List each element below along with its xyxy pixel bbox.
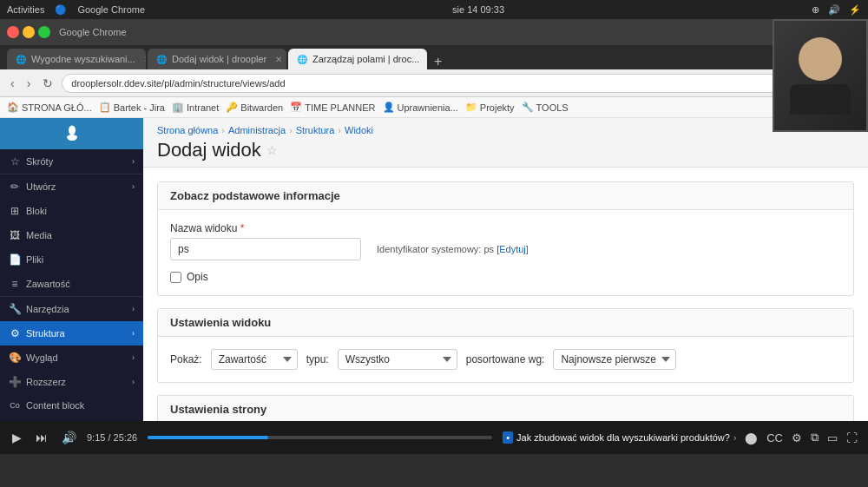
- sidebar-bloki-label: Bloki: [26, 206, 47, 216]
- sidebar-item-rozszerz[interactable]: ➕ Rozszerz ›: [0, 370, 143, 394]
- svg-point-0: [69, 125, 76, 135]
- video-toggle-button[interactable]: ⬤: [743, 430, 760, 446]
- sortowane-select[interactable]: Najnowsze pierwsze Tytuł Autor: [553, 349, 676, 370]
- section-page-header[interactable]: Ustawienia strony: [158, 396, 853, 421]
- breadcrumb-home[interactable]: Strona główna: [157, 125, 218, 135]
- form-body: Zobacz podstawowe informacje Nazwa widok…: [143, 168, 868, 421]
- narzedzia-icon: 🔧: [9, 303, 21, 315]
- video-title-chevron: ›: [733, 433, 736, 443]
- video-progress-fill: [148, 436, 268, 439]
- tab-2[interactable]: 🌐 Dodaj widok | droopler ✕: [148, 49, 286, 69]
- bookmarks-bar: 🏠 STRONA GŁÓ... 📋 Bartek - Jira 🏢 Intran…: [0, 97, 868, 118]
- section-view-settings: Ustawienia widoku Pokaż: Zawartość Użytk…: [157, 308, 854, 383]
- favorite-star-icon[interactable]: ☆: [266, 143, 278, 157]
- breadcrumb-sep-3: ›: [338, 125, 341, 135]
- sidebar-item-media[interactable]: 🖼 Media: [0, 223, 143, 247]
- sidebar-zawartosc-label: Zawartość: [26, 279, 70, 289]
- webcam-head-shape: [799, 37, 842, 81]
- refresh-button[interactable]: ↻: [39, 75, 56, 92]
- window-maximize-button[interactable]: [38, 26, 50, 38]
- captions-button[interactable]: CC: [765, 430, 785, 446]
- tab-3[interactable]: 🌐 Zarządzaj polami | droc... ✕: [288, 49, 427, 69]
- field-nazwa-label: Nazwa widoku *: [170, 222, 841, 234]
- skip-forward-button[interactable]: ⏭: [32, 429, 51, 446]
- forward-button[interactable]: ›: [23, 75, 35, 92]
- sidebar-item-dokument[interactable]: 📝 Dokument: [0, 417, 143, 421]
- breadcrumb: Strona główna › Administracja › Struktur…: [157, 125, 854, 135]
- sidebar-item-skroty[interactable]: ☆ Skróty ›: [0, 149, 143, 174]
- sidebar-item-content-block[interactable]: Co Content block: [0, 394, 143, 417]
- opis-label: Opis: [187, 271, 208, 283]
- bookmark-uprawnienia-icon: 👤: [383, 102, 395, 113]
- opis-checkbox-row: Opis: [170, 271, 841, 283]
- tab-1-label: Wygodne wyszukiwani...: [31, 54, 135, 64]
- sidebar-item-bloki[interactable]: ⊞ Bloki: [0, 199, 143, 223]
- sidebar-item-narzedzia[interactable]: 🔧 Narzędzia ›: [0, 297, 143, 321]
- activities-label[interactable]: Activities: [7, 4, 44, 15]
- breadcrumb-sep-2: ›: [289, 125, 293, 135]
- bookmark-tools[interactable]: 🔧 TOOLS: [522, 102, 569, 113]
- field-hint: Identyfikator systemowy: ps [Edytuj]: [377, 244, 529, 254]
- back-button[interactable]: ‹: [7, 75, 18, 92]
- bookmark-time-planner[interactable]: 📅 TIME PLANNER: [290, 102, 375, 113]
- bookmark-strona[interactable]: 🏠 STRONA GŁÓ...: [7, 102, 92, 113]
- bookmark-projekty-icon: 📁: [465, 102, 477, 113]
- sidebar-item-zawartosc[interactable]: ≡ Zawartość: [0, 272, 143, 296]
- url-input[interactable]: [62, 74, 812, 93]
- google-chrome-label: Google Chrome: [77, 4, 145, 15]
- sidebar-skroty-label: Skróty: [26, 156, 53, 167]
- pliki-icon: 📄: [9, 253, 21, 266]
- breadcrumb-widoki[interactable]: Widoki: [345, 125, 373, 135]
- window-close-button[interactable]: [7, 26, 19, 38]
- tab-2-label: Dodaj widok | droopler: [172, 54, 266, 64]
- edytuj-link[interactable]: Edytuj: [499, 244, 526, 254]
- theater-mode-button[interactable]: ▭: [825, 430, 839, 446]
- tab-2-close[interactable]: ✕: [275, 55, 282, 64]
- video-progress-bar[interactable]: [148, 436, 492, 439]
- sidebar-media-label: Media: [26, 230, 52, 240]
- window-minimize-button[interactable]: [23, 26, 35, 38]
- video-highlight-text: •: [503, 431, 513, 444]
- bookmark-uprawnienia[interactable]: 👤 Uprawnienia...: [383, 102, 458, 113]
- bookmark-intranet[interactable]: 🏢 Intranet: [172, 102, 219, 113]
- bookmark-jira-label: Bartek - Jira: [114, 102, 165, 113]
- bookmark-jira-icon: 📋: [99, 102, 111, 113]
- drupal-logo[interactable]: [0, 118, 143, 149]
- tab-1-close[interactable]: ✕: [144, 55, 146, 64]
- new-tab-button[interactable]: +: [429, 54, 447, 69]
- sidebar-item-wyglad[interactable]: 🎨 Wygląd ›: [0, 346, 143, 370]
- tab-3-favicon: 🌐: [297, 55, 307, 64]
- bookmark-time-icon: 📅: [290, 102, 302, 113]
- opis-checkbox[interactable]: [170, 272, 181, 283]
- pip-button[interactable]: ⧉: [809, 429, 820, 446]
- volume-button[interactable]: 🔊: [58, 429, 80, 446]
- nazwa-input[interactable]: [170, 238, 361, 260]
- bookmark-jira[interactable]: 📋 Bartek - Jira: [99, 102, 165, 113]
- typu-select[interactable]: Wszystko Artykuł Strona podstawowa: [338, 349, 457, 370]
- breadcrumb-struktura[interactable]: Struktura: [296, 125, 335, 135]
- os-tray: ⊕🔊⚡: [812, 4, 861, 16]
- tab-3-label: Zarządzaj polami | droc...: [312, 54, 419, 64]
- view-settings-row: Pokaż: Zawartość Użytkownicy Pliki typu:…: [170, 349, 841, 370]
- bookmark-tools-label: TOOLS: [536, 102, 569, 113]
- pokaz-select[interactable]: Zawartość Użytkownicy Pliki: [211, 349, 298, 370]
- tab-1[interactable]: 🌐 Wygodne wyszukiwani... ✕: [7, 49, 146, 69]
- os-bar: Activities 🔵 Google Chrome sie 14 09:33 …: [0, 0, 868, 19]
- bookmark-projekty[interactable]: 📁 Projekty: [465, 102, 515, 113]
- breadcrumb-admin[interactable]: Administracja: [228, 125, 286, 135]
- sidebar-item-struktura[interactable]: ⚙ Struktura ›: [0, 321, 143, 346]
- section-basic-header[interactable]: Zobacz podstawowe informacje: [158, 182, 853, 210]
- sidebar-item-pliki[interactable]: 📄 Pliki: [0, 247, 143, 272]
- required-marker: *: [237, 222, 244, 234]
- play-pause-button[interactable]: ▶: [9, 429, 25, 446]
- bookmark-bitwarden[interactable]: 🔑 Bitwarden: [226, 102, 283, 113]
- sidebar-item-utworz[interactable]: ✏ Utwórz ›: [0, 174, 143, 199]
- section-page-settings: Ustawienia strony Stwórz stronę: [157, 395, 854, 421]
- sidebar-rozszerz-label: Rozszerz: [26, 377, 66, 387]
- bookmark-time-label: TIME PLANNER: [305, 102, 375, 113]
- section-view-header[interactable]: Ustawienia widoku: [158, 309, 853, 337]
- bookmark-tools-icon: 🔧: [522, 102, 534, 113]
- fullscreen-button[interactable]: ⛶: [845, 430, 859, 446]
- settings-button[interactable]: ⚙: [790, 430, 804, 446]
- tab-2-favicon: 🌐: [156, 55, 167, 64]
